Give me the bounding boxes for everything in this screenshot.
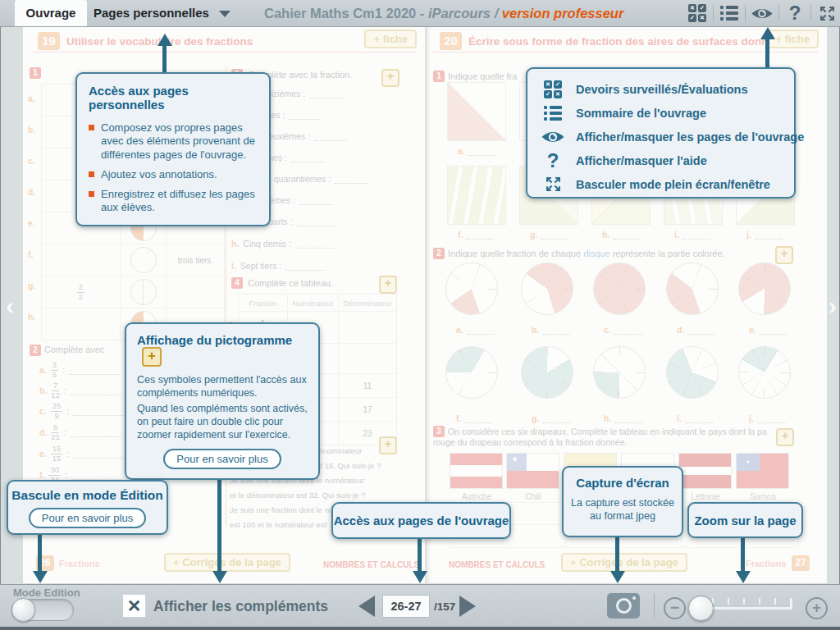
fraction-disc <box>521 346 573 399</box>
eye-icon <box>541 130 565 144</box>
next-page-button[interactable] <box>459 596 476 617</box>
divider <box>713 5 714 21</box>
exercise-number: 4 <box>231 277 243 289</box>
page-number-input[interactable]: 26-27 <box>382 595 430 618</box>
tab-pages-personnelles-label: Pages personnelles <box>94 6 209 20</box>
exercise-number: 3 <box>433 426 445 437</box>
help-body: Quand les compléments sont activés, on p… <box>137 402 308 442</box>
cross-glyph: ✕ <box>698 14 706 22</box>
tab-pages-personnelles[interactable]: Pages personnelles <box>94 0 231 26</box>
learn-more-button[interactable]: Pour en savoir plus <box>29 508 146 528</box>
page-turn-left-icon[interactable]: ‹ <box>6 292 14 320</box>
fraction-disc <box>738 262 791 315</box>
page-number-badge: 27 <box>792 555 810 571</box>
domain-label: NOMBRES ET CALCULS <box>449 560 545 569</box>
arrow-line <box>38 535 42 571</box>
fraction-disc <box>521 262 573 315</box>
exercise-number: 2 <box>433 248 445 259</box>
divider <box>778 5 779 21</box>
help-edition-mode: Bascule en mode Édition Pour en savoir p… <box>7 480 168 535</box>
fraction-disc <box>666 262 719 315</box>
chapter-theme: Fractions <box>59 559 100 568</box>
tab-ouvrage[interactable]: Ouvrage <box>15 0 87 26</box>
lesson-number-badge: 19 <box>38 32 60 50</box>
bullet-icon <box>89 125 94 130</box>
fraction-disc <box>738 346 791 399</box>
flag-label: Chili <box>506 492 560 501</box>
item-letter: h. <box>28 312 35 322</box>
bottom-bar: Mode Edition ✕ Afficher les compléments … <box>0 584 840 630</box>
help-question-icon[interactable]: ? <box>784 2 806 25</box>
divider <box>31 52 417 52</box>
help-title: Bascule en mode Édition <box>8 488 167 503</box>
exercise-intro: Indique quelle fra <box>448 71 517 81</box>
camera-dot <box>632 596 636 600</box>
app-window: Ouvrage Pages personnelles Cahier Maths … <box>0 0 840 630</box>
fraction-disc <box>593 346 646 399</box>
chevron-down-icon <box>219 11 231 17</box>
help-pictogram: Affichage du pictogramme+ Ces symboles p… <box>125 322 320 480</box>
complements-label: Afficher les compléments <box>153 598 328 615</box>
fraction-disc <box>445 346 498 399</box>
arrow-line <box>741 537 745 571</box>
previous-page-button[interactable] <box>358 596 375 617</box>
fiche-button[interactable]: + fiche <box>364 30 417 48</box>
zoom-slider-knob[interactable] <box>688 596 714 621</box>
learn-more-button[interactable]: Pour en savoir plus <box>163 449 281 469</box>
camera-lens <box>616 598 632 614</box>
arrow-line <box>765 39 769 68</box>
fraction-disc <box>593 262 646 315</box>
book-title: Cahier Maths Cm1 2020 <box>264 6 416 21</box>
fraction-disc <box>666 346 719 399</box>
help-body: Ces symboles permettent l'accès aux comp… <box>137 373 308 400</box>
flag-austria <box>450 453 503 489</box>
page-turn-right-icon[interactable]: › <box>829 292 837 320</box>
evaluations-grid-icon[interactable]: ✕✓✓✕ <box>687 2 708 25</box>
zoom-in-button[interactable]: + <box>806 597 828 619</box>
arrow-down-icon <box>33 571 48 583</box>
evaluations-grid-icon: ✕✓✓✕ <box>541 80 565 98</box>
help-bullet: Ajoutez vos annotations. <box>101 168 217 181</box>
item-letter: f. <box>28 249 33 259</box>
fullscreen-icon[interactable] <box>816 2 838 25</box>
legend-label: Afficher/masquer les pages de l'ouvrage <box>576 130 804 144</box>
camera-button[interactable] <box>607 593 640 619</box>
cross-glyph: ✕ <box>688 4 696 12</box>
corriges-button[interactable]: + Corrigés de la page <box>164 553 290 572</box>
eye-icon[interactable] <box>751 2 774 25</box>
complement-plus-icon[interactable]: + <box>381 69 399 87</box>
summary-list-icon[interactable] <box>719 2 740 25</box>
divider <box>745 5 746 21</box>
flag-label: Lettonie <box>678 492 733 501</box>
brand-name: - iParcours / <box>420 6 498 21</box>
mode-edition-toggle[interactable] <box>11 599 74 621</box>
check-glyph: ✓ <box>688 14 696 22</box>
slider-ticks <box>712 598 792 605</box>
help-bullet: Enregistrez et diffusez les pages aux él… <box>101 188 258 215</box>
fraction-square <box>447 82 506 141</box>
arrow-down-icon <box>413 571 427 583</box>
legend-label: Basculer mode plein écran/fenêtre <box>576 178 770 191</box>
arrow-line <box>418 538 422 571</box>
help-body: La capture est stockée <box>568 496 677 509</box>
disque-link[interactable]: disque <box>583 249 609 258</box>
complement-plus-icon[interactable]: + <box>776 428 794 446</box>
domain-label: NOMBRES ET CALCULS <box>323 560 419 569</box>
legend-label: Devoirs surveillés/Évaluations <box>576 83 748 96</box>
item-letter: e. <box>28 218 35 228</box>
arrow-line <box>615 536 619 571</box>
help-body: au format jpeg <box>568 509 677 523</box>
complement-plus-icon[interactable]: + <box>775 246 793 264</box>
legend-label: Sommaire de l'ouvrage <box>576 107 706 120</box>
complements-checkbox[interactable]: ✕ <box>123 595 145 617</box>
corriges-button[interactable]: + Corrigés de la page <box>561 553 687 572</box>
toggle-knob[interactable] <box>11 598 35 622</box>
arrow-down-icon <box>610 571 625 583</box>
item-letter: b. <box>28 125 35 135</box>
exercise-intro: Complète avec <box>44 345 104 354</box>
help-toolbar-legend: ✕✓✓✕Devoirs surveillés/Évaluations Somma… <box>526 67 796 199</box>
complement-plus-icon[interactable]: + <box>379 276 397 294</box>
zoom-out-button[interactable]: − <box>664 597 686 619</box>
arrow-up-icon <box>760 27 775 39</box>
summary-list-icon <box>541 106 565 121</box>
